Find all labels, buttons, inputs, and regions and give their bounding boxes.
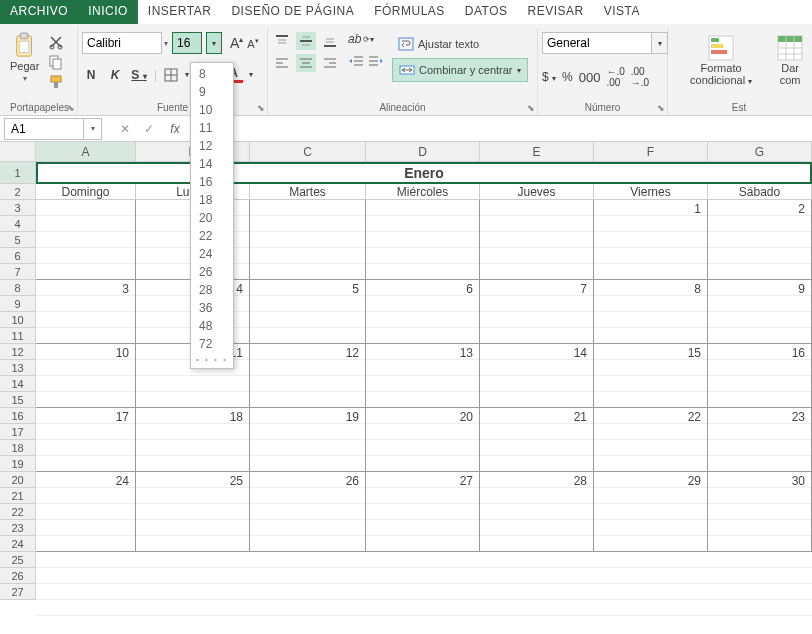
calendar-cell[interactable]: 18 <box>136 408 250 472</box>
row-header[interactable]: 12 <box>0 344 36 360</box>
column-header[interactable]: G <box>708 142 812 161</box>
underline-button[interactable]: S ▾ <box>130 68 148 82</box>
calendar-cell[interactable]: 7 <box>480 280 594 344</box>
border-button[interactable] <box>163 67 179 83</box>
column-header[interactable]: D <box>366 142 480 161</box>
calendar-cell[interactable]: 20 <box>366 408 480 472</box>
row-header[interactable]: 27 <box>0 584 36 600</box>
calendar-cell[interactable]: 15 <box>594 344 708 408</box>
row-header[interactable]: 22 <box>0 504 36 520</box>
row-header[interactable]: 18 <box>0 440 36 456</box>
font-launcher[interactable]: ⬊ <box>257 103 265 113</box>
increase-font-icon[interactable]: A▴ <box>230 35 243 51</box>
font-size-option[interactable]: 26 <box>191 263 233 281</box>
day-header[interactable]: Miércoles <box>366 184 480 200</box>
font-size-option[interactable]: 11 <box>191 119 233 137</box>
calendar-cell[interactable] <box>36 200 136 280</box>
merge-center-button[interactable]: Combinar y centrar ▾ <box>392 58 528 82</box>
tab-home[interactable]: INICIO <box>78 0 138 24</box>
percent-button[interactable]: % <box>562 70 573 84</box>
tab-pagelayout[interactable]: DISEÑO DE PÁGINA <box>221 0 364 24</box>
row-header[interactable]: 13 <box>0 360 36 376</box>
thousands-button[interactable]: 000 <box>579 70 601 85</box>
calendar-cell[interactable]: 27 <box>366 472 480 552</box>
font-size-option[interactable]: 48 <box>191 317 233 335</box>
cut-icon[interactable] <box>47 34 65 50</box>
format-painter-icon[interactable] <box>47 74 65 90</box>
currency-button[interactable]: $ ▾ <box>542 70 556 84</box>
align-right-icon[interactable] <box>320 54 340 72</box>
decrease-decimal-icon[interactable]: .00→.0 <box>631 66 649 88</box>
row-header[interactable]: 4 <box>0 216 36 232</box>
column-header[interactable]: C <box>250 142 366 161</box>
day-header[interactable]: Viernes <box>594 184 708 200</box>
row-header[interactable]: 20 <box>0 472 36 488</box>
calendar-cell[interactable]: 22 <box>594 408 708 472</box>
calendar-cell[interactable]: 30 <box>708 472 812 552</box>
row-header[interactable]: 14 <box>0 376 36 392</box>
orientation-button[interactable]: ab⟳▾ <box>348 32 384 46</box>
calendar-cell[interactable] <box>366 200 480 280</box>
select-all-corner[interactable] <box>0 142 36 161</box>
calendar-cell[interactable]: 19 <box>250 408 366 472</box>
tab-review[interactable]: REVISAR <box>518 0 594 24</box>
font-size-option[interactable]: 12 <box>191 137 233 155</box>
row-header[interactable]: 19 <box>0 456 36 472</box>
number-format-combo[interactable] <box>542 32 652 54</box>
row-header[interactable]: 26 <box>0 568 36 584</box>
tab-insert[interactable]: INSERTAR <box>138 0 222 24</box>
calendar-cell[interactable]: 24 <box>36 472 136 552</box>
align-left-icon[interactable] <box>272 54 292 72</box>
increase-decimal-icon[interactable]: ←.0.00 <box>606 66 624 88</box>
row-header[interactable]: 7 <box>0 264 36 280</box>
calendar-cell[interactable]: 6 <box>366 280 480 344</box>
calendar-cell[interactable]: 8 <box>594 280 708 344</box>
calendar-cell[interactable]: 26 <box>250 472 366 552</box>
row-header[interactable]: 3 <box>0 200 36 216</box>
calendar-cell[interactable]: 12 <box>250 344 366 408</box>
row-header[interactable]: 16 <box>0 408 36 424</box>
tab-view[interactable]: VISTA <box>594 0 650 24</box>
font-size-option[interactable]: 22 <box>191 227 233 245</box>
align-top-icon[interactable] <box>272 32 292 50</box>
formula-input[interactable] <box>186 121 812 136</box>
calendar-cell[interactable]: 9 <box>708 280 812 344</box>
dropdown-resize-grip[interactable]: • • • • <box>191 353 233 366</box>
calendar-cell[interactable]: 16 <box>708 344 812 408</box>
calendar-cell[interactable]: 17 <box>36 408 136 472</box>
calendar-cell[interactable]: 3 <box>36 280 136 344</box>
font-size-option[interactable]: 20 <box>191 209 233 227</box>
row-header[interactable]: 2 <box>0 184 36 200</box>
increase-indent-icon[interactable] <box>368 54 384 68</box>
font-name-combo[interactable] <box>82 32 162 54</box>
clipboard-launcher[interactable]: ⬊ <box>67 103 75 113</box>
calendar-title-cell[interactable]: Enero <box>36 162 812 184</box>
enter-icon[interactable]: ✓ <box>138 118 160 140</box>
font-size-option[interactable]: 28 <box>191 281 233 299</box>
align-middle-icon[interactable] <box>296 32 316 50</box>
calendar-cell[interactable] <box>250 200 366 280</box>
alignment-launcher[interactable]: ⬊ <box>527 103 535 113</box>
day-header[interactable]: Jueves <box>480 184 594 200</box>
decrease-font-icon[interactable]: A▾ <box>247 37 258 50</box>
row-header[interactable]: 24 <box>0 536 36 552</box>
calendar-cell[interactable]: 10 <box>36 344 136 408</box>
row-header[interactable]: 10 <box>0 312 36 328</box>
tab-formulas[interactable]: FÓRMULAS <box>364 0 455 24</box>
number-format-dropdown[interactable]: ▾ <box>652 32 668 54</box>
font-size-option[interactable]: 9 <box>191 83 233 101</box>
calendar-cell[interactable]: 2 <box>708 200 812 280</box>
name-box-dropdown[interactable]: ▾ <box>84 118 102 140</box>
tab-data[interactable]: DATOS <box>455 0 518 24</box>
calendar-cell[interactable]: 29 <box>594 472 708 552</box>
row-header[interactable]: 25 <box>0 552 36 568</box>
column-header[interactable]: F <box>594 142 708 161</box>
calendar-cell[interactable]: 14 <box>480 344 594 408</box>
calendar-cell[interactable]: 13 <box>366 344 480 408</box>
font-size-option[interactable]: 36 <box>191 299 233 317</box>
calendar-cell[interactable]: 23 <box>708 408 812 472</box>
name-box[interactable] <box>4 118 84 140</box>
row-header[interactable]: 6 <box>0 248 36 264</box>
row-header[interactable]: 11 <box>0 328 36 344</box>
font-size-option[interactable]: 72 <box>191 335 233 353</box>
